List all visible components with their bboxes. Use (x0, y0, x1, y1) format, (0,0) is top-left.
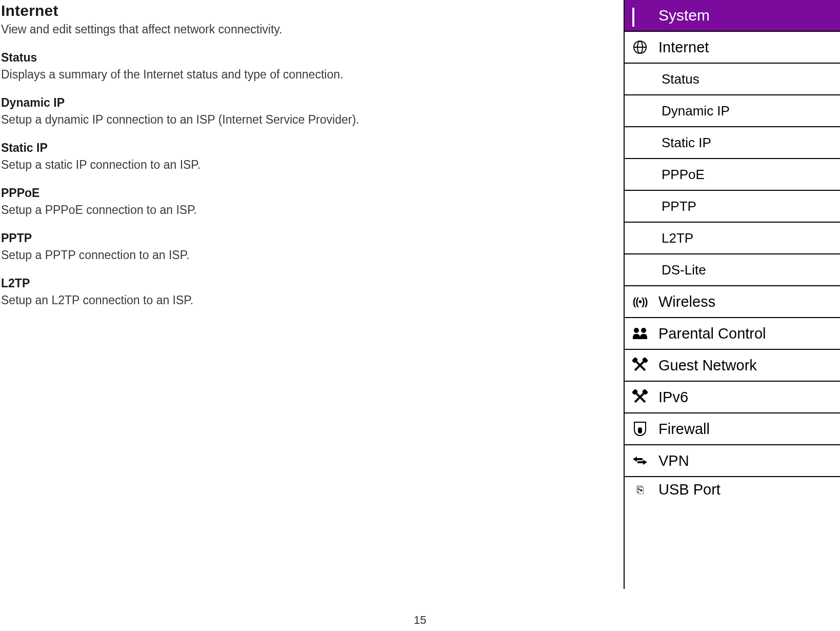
menu-item-usb-port[interactable]: ⎘ USB Port (625, 477, 840, 502)
section-desc: Setup a static IP connection to an ISP. (1, 157, 432, 173)
globe-icon (625, 41, 655, 54)
section-dynamic-ip: Dynamic IP Setup a dynamic IP connection… (1, 96, 432, 128)
tools-icon (625, 390, 655, 404)
section-title: PPPoE (1, 186, 432, 200)
section-desc: Setup a PPPoE connection to an ISP. (1, 202, 432, 218)
menu-item-label: Parental Control (655, 325, 766, 342)
menu-sub-l2tp[interactable]: L2TP (625, 223, 840, 254)
usb-icon: ⎘ (625, 483, 655, 497)
menu-header-system[interactable]: System (625, 0, 840, 32)
menu-item-label: Guest Network (655, 357, 757, 374)
menu-sub-static-ip[interactable]: Static IP (625, 127, 840, 159)
menu-item-firewall[interactable]: Firewall (625, 413, 840, 445)
menu-item-label: Static IP (662, 135, 711, 151)
document-content: Internet View and edit settings that aff… (0, 0, 432, 322)
menu-item-parental-control[interactable]: Parental Control (625, 318, 840, 350)
tools-icon (625, 359, 655, 372)
menu-item-label: Status (662, 71, 699, 87)
arrows-icon (625, 456, 655, 466)
section-title: PPTP (1, 231, 432, 245)
section-desc: Setup an L2TP connection to an ISP. (1, 292, 432, 308)
users-icon (625, 328, 655, 339)
section-desc: Setup a dynamic IP connection to an ISP … (1, 112, 432, 128)
section-static-ip: Static IP Setup a static IP connection t… (1, 141, 432, 173)
shield-fire-icon (625, 422, 655, 436)
section-title: Status (1, 51, 432, 65)
menu-header-label: System (655, 7, 710, 24)
page-number: 15 (0, 614, 840, 627)
nav-menu: System Internet Status Dynamic IP Static… (624, 0, 840, 589)
section-status: Status Displays a summary of the Interne… (1, 51, 432, 83)
section-title: Static IP (1, 141, 432, 155)
menu-item-internet[interactable]: Internet (625, 32, 840, 64)
page-subtitle: View and edit settings that affect netwo… (1, 22, 432, 37)
menu-item-label: DS-Lite (662, 262, 706, 278)
menu-sub-dslite[interactable]: DS-Lite (625, 254, 840, 286)
section-desc: Displays a summary of the Internet statu… (1, 67, 432, 83)
menu-item-label: PPTP (662, 199, 696, 214)
section-title: Dynamic IP (1, 96, 432, 110)
page-title: Internet (1, 2, 432, 19)
section-pptp: PPTP Setup a PPTP connection to an ISP. (1, 231, 432, 263)
menu-item-label: IPv6 (655, 389, 688, 406)
menu-item-label: USB Port (655, 481, 721, 498)
menu-sub-pppoe[interactable]: PPPoE (625, 159, 840, 191)
menu-item-wireless[interactable]: ((•)) Wireless (625, 286, 840, 318)
section-title: L2TP (1, 277, 432, 290)
menu-sub-status[interactable]: Status (625, 64, 840, 95)
menu-item-vpn[interactable]: VPN (625, 445, 840, 477)
menu-item-label: Wireless (655, 293, 715, 310)
menu-item-label: VPN (655, 452, 689, 469)
section-desc: Setup a PPTP connection to an ISP. (1, 247, 432, 263)
menu-item-guest-network[interactable]: Guest Network (625, 350, 840, 382)
menu-sub-pptp[interactable]: PPTP (625, 191, 840, 223)
menu-item-label: PPPoE (662, 167, 705, 183)
section-l2tp: L2TP Setup an L2TP connection to an ISP. (1, 277, 432, 308)
section-pppoe: PPPoE Setup a PPPoE connection to an ISP… (1, 186, 432, 218)
monitor-icon (625, 9, 655, 22)
menu-item-label: Dynamic IP (662, 103, 730, 119)
menu-item-ipv6[interactable]: IPv6 (625, 382, 840, 413)
wireless-icon: ((•)) (625, 296, 655, 308)
menu-item-label: L2TP (662, 230, 693, 246)
menu-item-label: Internet (655, 39, 709, 56)
menu-sub-dynamic-ip[interactable]: Dynamic IP (625, 95, 840, 127)
menu-item-label: Firewall (655, 421, 710, 438)
